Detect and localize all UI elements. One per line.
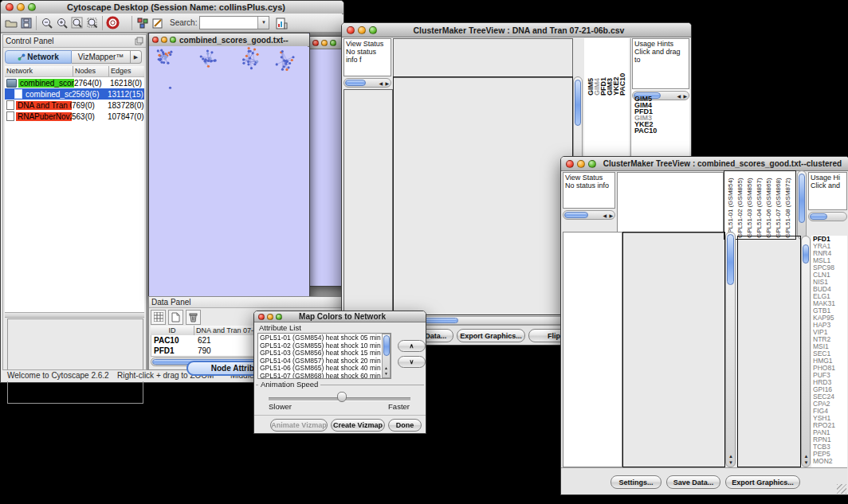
- gene-label[interactable]: PFD1: [813, 236, 847, 243]
- network-canvas[interactable]: [149, 46, 308, 295]
- col-id[interactable]: ID: [151, 326, 194, 335]
- zoom-button[interactable]: [369, 26, 377, 34]
- tv2-settings-button[interactable]: Settings...: [610, 475, 662, 489]
- zoom-button[interactable]: [588, 160, 596, 168]
- gene-label[interactable]: RNR4: [813, 250, 847, 257]
- export-report-icon[interactable]: [274, 15, 289, 30]
- dense-network-canvas[interactable]: [312, 89, 342, 240]
- gene-label[interactable]: HRD3: [813, 379, 847, 386]
- gene-label[interactable]: PUF3: [813, 372, 847, 379]
- col-nodes[interactable]: Nodes: [73, 66, 109, 76]
- save-icon[interactable]: [18, 15, 33, 30]
- attribute-list[interactable]: GPL51-01 (GSM854) heat shock 05 minGPL51…: [257, 333, 391, 379]
- gene-label[interactable]: SEC24: [813, 393, 847, 400]
- new-attribute-icon[interactable]: [168, 310, 183, 325]
- scroll-left-icon[interactable]: ◀: [603, 213, 607, 218]
- attribute-table-icon[interactable]: [151, 310, 166, 325]
- minimize-button[interactable]: [17, 3, 25, 11]
- tv1-column-label[interactable]: PAC10: [619, 57, 626, 96]
- tv2-column-label[interactable]: GPL51-02 (GSM855): [736, 173, 744, 238]
- gene-label[interactable]: TCB3: [813, 443, 847, 451]
- gene-label[interactable]: NTR2: [813, 336, 847, 343]
- gene-label[interactable]: NIS1: [813, 279, 847, 286]
- attribute-item[interactable]: GPL51-07 (GSM868) heat shock 60 min: [258, 373, 391, 380]
- gene-label[interactable]: PHO81: [813, 365, 847, 372]
- gene-label[interactable]: GTB1: [813, 307, 847, 315]
- network-list-row[interactable]: DNA and Tran 07769(0)183728(0): [5, 100, 144, 111]
- tv1-row-dendrogram[interactable]: [344, 89, 393, 315]
- create-vizmap-button[interactable]: Create Vizmap: [331, 419, 385, 432]
- tv2-heat-vscrollbar[interactable]: ▲ ▼: [725, 232, 736, 467]
- network-view-window-back[interactable]: [308, 36, 346, 287]
- attribute-item[interactable]: GPL51-06 (GSM865) heat shock 40 min: [258, 365, 391, 373]
- attribute-item[interactable]: GPL51-04 (GSM857) heat shock 20 min: [258, 357, 391, 365]
- col-edges[interactable]: Edges: [109, 66, 144, 76]
- attribute-list-scrollbar[interactable]: ▲ ▼: [382, 334, 391, 378]
- tv2-zoom-heatmap[interactable]: [737, 236, 801, 467]
- search-dropdown-icon[interactable]: ▼: [257, 17, 269, 29]
- tv2-column-label[interactable]: GPL51-07 (GSM868): [774, 173, 783, 238]
- main-titlebar[interactable]: Cytoscape Desktop (Session Name: collins…: [1, 1, 344, 14]
- treeview2-titlebar[interactable]: ClusterMaker TreeView : combined_scores_…: [561, 157, 848, 171]
- tv2-column-dendrogram[interactable]: [617, 172, 724, 233]
- gene-label[interactable]: KAP95: [813, 315, 847, 322]
- close-button[interactable]: [347, 26, 355, 34]
- zoom-button[interactable]: [170, 37, 176, 43]
- close-button[interactable]: [258, 314, 265, 320]
- minimize-button[interactable]: [321, 40, 328, 46]
- tv2-column-label[interactable]: GPL51-01 (GSM854): [726, 173, 735, 238]
- tv2-status-scrollbar[interactable]: ◀ ▶: [563, 210, 615, 220]
- tv2-column-label[interactable]: GPL51-04 (GSM857): [755, 173, 764, 238]
- done-button[interactable]: Done: [388, 419, 422, 432]
- gene-label[interactable]: MSI1: [813, 343, 847, 350]
- zoom-button[interactable]: [28, 3, 36, 11]
- tv2-row-dendrogram[interactable]: [563, 232, 622, 467]
- tv2-zoom-vscrollbar[interactable]: ▲ ▼: [801, 236, 811, 467]
- tv1-row-label[interactable]: PAC10: [634, 127, 689, 134]
- dialog-titlebar[interactable]: Map Colors to Network: [254, 311, 426, 322]
- attribute-item[interactable]: GPL51-03 (GSM856) heat shock 15 min: [258, 350, 391, 357]
- tab-overflow-icon[interactable]: ▶: [131, 50, 142, 64]
- attribute-item[interactable]: GPL51-02 (GSM855) heat shock 10 min: [258, 342, 391, 350]
- scroll-up-icon[interactable]: ▲: [804, 454, 809, 459]
- scroll-down-icon[interactable]: ▼: [384, 372, 388, 376]
- network-window-titlebar[interactable]: combined_scores_good.txt--cluste...: [149, 33, 309, 47]
- float-panel-icon[interactable]: [135, 37, 143, 49]
- close-button[interactable]: [6, 3, 14, 11]
- gene-label[interactable]: SPC98: [813, 264, 847, 272]
- gene-label[interactable]: RPN1: [813, 436, 847, 443]
- gene-label[interactable]: FIG4: [813, 408, 847, 415]
- minimize-button[interactable]: [267, 314, 273, 320]
- minimize-button[interactable]: [161, 37, 167, 43]
- tab-vizmapper[interactable]: VizMapper™: [72, 50, 131, 64]
- minimize-button[interactable]: [358, 26, 366, 34]
- gene-label[interactable]: ELG1: [813, 293, 847, 300]
- gene-label[interactable]: HMG1: [813, 357, 847, 365]
- vizmapper-icon[interactable]: [135, 15, 150, 30]
- zoom-fit-icon[interactable]: [69, 15, 84, 30]
- gene-label[interactable]: MAK31: [813, 300, 847, 307]
- network-list-row[interactable]: combined_scores2764(0)16218(0): [5, 77, 144, 88]
- gene-label[interactable]: PEP5: [813, 451, 847, 458]
- delete-attribute-icon[interactable]: [186, 310, 201, 325]
- gene-label[interactable]: MON2: [813, 458, 847, 465]
- speed-slider-thumb[interactable]: [337, 392, 347, 402]
- tv2-column-label[interactable]: GPL51-06 (GSM865): [764, 173, 773, 238]
- gene-label[interactable]: RPO21: [813, 422, 847, 429]
- close-button[interactable]: [566, 160, 574, 168]
- tv1-column-dendrogram[interactable]: [393, 38, 573, 78]
- tv2-column-label[interactable]: GPL51-08 (GSM872): [783, 173, 792, 238]
- resize-grip[interactable]: [837, 484, 846, 494]
- gene-label[interactable]: BUD4: [813, 286, 847, 293]
- network-list-row[interactable]: RNAPuberNov2+!563(0)107847(0): [5, 111, 144, 122]
- scroll-left-icon[interactable]: ◀: [379, 81, 383, 86]
- gene-label[interactable]: HAP3: [813, 322, 847, 329]
- annotation-icon[interactable]: [150, 15, 165, 30]
- col-network[interactable]: Network: [5, 66, 73, 76]
- tv1-heatmap[interactable]: [393, 76, 573, 315]
- scroll-up-icon[interactable]: ▲: [384, 366, 388, 370]
- tv2-export-graphics-button[interactable]: Export Graphics...: [725, 475, 800, 489]
- attribute-item[interactable]: GPL51-01 (GSM854) heat shock 05 min: [258, 334, 391, 342]
- zoom-out-icon[interactable]: [39, 15, 54, 30]
- tv1-zoom-heatmap[interactable]: [586, 96, 627, 136]
